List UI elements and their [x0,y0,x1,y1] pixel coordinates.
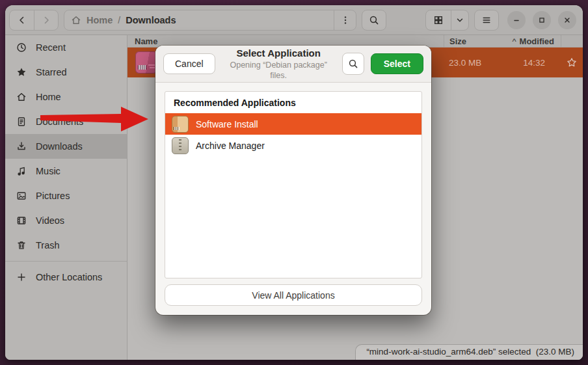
sidebar-item-pictures[interactable]: Pictures [5,183,127,208]
sidebar-item-label: Documents [36,116,83,127]
window-controls [507,11,576,29]
barcode-detail [138,65,146,70]
breadcrumb-home[interactable]: Home [87,15,113,25]
maximize-icon [537,16,546,25]
trash-icon [16,240,27,250]
column-header-star [561,35,583,47]
dialog-title: Select Application [222,47,336,60]
dialog-body: Recommended Applications Software Instal… [155,83,431,315]
software-install-icon [172,116,189,133]
sidebar-item-trash[interactable]: Trash [5,233,127,258]
dialog-search-button[interactable] [342,53,364,75]
breadcrumb-separator: / [118,15,120,25]
sidebar-item-label: Starred [36,67,67,77]
column-header-size[interactable]: Size [449,36,466,46]
star-outline-icon [567,57,577,68]
cancel-button[interactable]: Cancel [163,53,215,74]
view-toggle-group [425,10,469,31]
sidebar-item-home[interactable]: Home [5,85,127,109]
file-meta-cell: 23.0 MB 14:32 [444,58,561,68]
select-application-dialog: Cancel Select Application Opening “Debia… [155,46,431,315]
search-button[interactable] [362,10,386,31]
main-menu-button[interactable] [474,10,499,31]
selection-status-bar: “mind-work-ai-studio_arm64.deb” selected… [355,344,583,360]
chevron-left-icon [17,15,27,25]
sidebar-item-recent[interactable]: Recent [5,35,127,60]
app-row-archive-manager[interactable]: Archive Manager [165,135,421,156]
home-icon [16,92,27,102]
sidebar-item-starred[interactable]: Starred [5,60,127,85]
plus-icon [16,272,27,282]
sidebar-item-label: Videos [36,215,64,226]
sidebar-item-label: Other Locations [36,272,102,282]
star-icon [16,67,27,77]
breadcrumb: Home / Downloads [64,10,356,31]
column-header-modified[interactable]: ^Modified [512,36,554,46]
home-icon [71,15,81,25]
path-menu-button[interactable] [334,10,356,30]
app-name: Software Install [196,119,258,129]
sidebar-item-label: Music [36,166,60,176]
archive-manager-icon [172,137,189,154]
sidebar-item-downloads[interactable]: Downloads [5,134,127,159]
chevron-right-icon [41,15,51,25]
minimize-icon [512,16,521,25]
app-name: Archive Manager [196,141,265,151]
maximize-button[interactable] [533,11,551,29]
sidebar-item-videos[interactable]: Videos [5,208,127,233]
sidebar-item-music[interactable]: Music [5,159,127,183]
back-button[interactable] [10,10,34,30]
sidebar-item-label: Home [36,92,61,102]
application-list: Recommended Applications Software Instal… [165,91,422,278]
app-row-software-install[interactable]: Software Install [165,113,421,135]
breadcrumb-current[interactable]: Downloads [126,15,176,25]
forward-button[interactable] [34,10,58,30]
dialog-subtitle: Opening “Debian package” files. [222,60,336,81]
sidebar-item-other-locations[interactable]: Other Locations [5,265,127,290]
search-icon [348,59,358,69]
clock-icon [16,42,27,53]
sidebar: Recent Starred Home Documents Downloads [5,35,127,360]
chevron-down-icon [455,16,464,25]
sidebar-separator [5,261,127,262]
sidebar-item-label: Trash [36,240,60,250]
desktop-background: Home / Downloads [0,0,588,365]
kebab-menu-icon [340,15,351,25]
dialog-header: Cancel Select Application Opening “Debia… [155,46,431,83]
sidebar-item-label: Pictures [36,191,70,201]
close-button[interactable] [558,11,576,29]
recommended-section-header: Recommended Applications [165,92,421,113]
select-button[interactable]: Select [371,53,423,74]
file-size: 23.0 MB [449,58,481,68]
download-icon [16,141,27,152]
minimize-button[interactable] [507,11,526,29]
dialog-title-block: Select Application Opening “Debian packa… [222,47,336,81]
sidebar-item-label: Downloads [36,141,83,152]
column-header-mid: Size ^Modified [444,35,561,47]
grid-view-icon [433,15,444,25]
close-icon [563,16,572,25]
image-icon [16,191,27,201]
hamburger-menu-icon [481,15,492,25]
deb-package-icon [135,51,157,74]
breadcrumb-path[interactable]: Home / Downloads [64,15,334,25]
history-nav-group [9,10,59,31]
header-bar: Home / Downloads [5,5,583,35]
film-icon [16,215,27,226]
sidebar-item-label: Recent [36,42,66,53]
sort-ascending-icon: ^ [512,36,516,46]
file-modified: 14:32 [523,58,545,68]
music-note-icon [16,166,27,176]
view-all-applications-button[interactable]: View All Applications [165,284,422,306]
view-options-button[interactable] [451,10,468,30]
grid-view-button[interactable] [426,10,451,30]
file-star-cell[interactable] [561,57,583,68]
search-icon [369,15,379,25]
document-icon [16,116,27,127]
sidebar-item-documents[interactable]: Documents [5,109,127,134]
